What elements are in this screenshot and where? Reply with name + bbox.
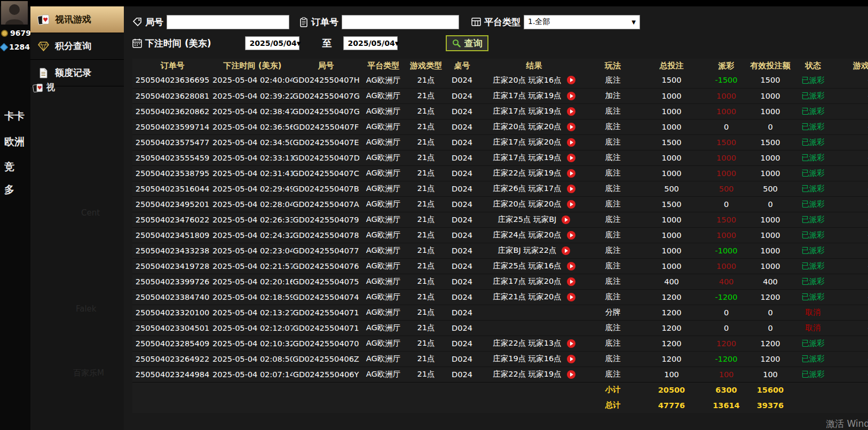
order-number-input[interactable] xyxy=(342,15,459,29)
cell-table_no: D024 xyxy=(445,367,479,382)
cell-total_bet: 1500 xyxy=(637,196,706,212)
cell-game_mode: - xyxy=(832,73,868,88)
cell-play: 底注 xyxy=(589,336,637,351)
main-content: 局号 订单号 xyxy=(124,6,868,430)
cell-order: 250504023451809 xyxy=(132,227,212,243)
cell-platform: AG欧洲厅 xyxy=(359,103,407,119)
table-row: 2505040233201002025-05-04 02:13:27GD0242… xyxy=(132,305,868,320)
cell-game_type: 21点 xyxy=(407,181,445,196)
cell-total_bet: 1000 xyxy=(637,243,706,258)
round-number-input[interactable] xyxy=(167,15,289,29)
cell-table_no: D024 xyxy=(445,351,479,367)
search-button[interactable]: 查询 xyxy=(446,35,488,51)
play-result-icon[interactable] xyxy=(567,185,575,193)
cell-payout: -1500 xyxy=(706,73,746,88)
play-result-icon[interactable] xyxy=(567,277,575,286)
hall-tab-jing[interactable]: 竞 xyxy=(4,160,30,174)
cell-bet_time: 2025-05-04 02:08:50 xyxy=(212,351,293,367)
cell-order: 250504023575477 xyxy=(132,134,212,150)
cell-platform: AG欧洲厅 xyxy=(359,243,407,258)
cell-status: 已派彩 xyxy=(794,88,832,103)
cell-play: 底注 xyxy=(589,103,637,119)
summary-empty-cell xyxy=(794,382,832,397)
table-row: 2505040234760222025-05-04 02:26:33GD0242… xyxy=(132,212,868,227)
play-result-icon[interactable] xyxy=(567,262,575,270)
cell-status: 已派彩 xyxy=(794,227,832,243)
play-result-icon[interactable] xyxy=(562,216,570,224)
date-to-select[interactable]: 2025/05/04 ▼ xyxy=(343,36,398,50)
cell-game_mode: - xyxy=(832,289,868,305)
sidebar-item-label: 视讯游戏 xyxy=(55,13,91,26)
play-result-icon[interactable] xyxy=(567,355,575,363)
play-result-icon[interactable] xyxy=(567,200,575,209)
play-result-icon[interactable] xyxy=(567,231,575,240)
column-header-payout: 派彩 xyxy=(706,59,746,73)
cell-status: 已派彩 xyxy=(794,367,832,382)
date-from-select[interactable]: 2025/05/04 ▼ xyxy=(245,36,299,50)
sidebar-item-points-query[interactable]: 积分查询 xyxy=(30,33,124,60)
cell-bet_time: 2025-05-04 02:13:27 xyxy=(212,305,293,320)
hall-tab-kaka[interactable]: 卡卡 xyxy=(4,109,30,123)
cell-order: 250504023476022 xyxy=(132,212,212,227)
play-result-icon[interactable] xyxy=(567,92,575,100)
cell-game_type: 21点 xyxy=(407,336,445,351)
platform-type-select[interactable]: 1.全部 ▼ xyxy=(524,15,640,29)
result-text: 庄家22点 玩家19点 xyxy=(493,369,562,379)
records-tbody: 2505040236366952025-05-04 02:40:04GD0242… xyxy=(132,73,868,382)
search-icon xyxy=(452,39,461,47)
summary-empty-cell xyxy=(445,397,479,413)
platform-type-filter: 平台类型 1.全部 ▼ xyxy=(471,15,640,29)
cell-valid_bet: 1200 xyxy=(746,336,794,351)
sidebar-item-video-games[interactable]: ♥ 视讯游戏 xyxy=(30,6,124,33)
column-header-play: 玩法 xyxy=(589,59,637,73)
cell-result: 庄家17点 玩家19点 xyxy=(479,103,589,119)
column-header-table_no: 桌号 xyxy=(445,59,479,73)
cell-valid_bet: 1200 xyxy=(746,351,794,367)
chevron-down-icon: ▼ xyxy=(632,19,636,25)
cell-payout: 0 xyxy=(706,320,746,336)
cell-valid_bet: 0 xyxy=(746,196,794,212)
summary-valid-bet: 15600 xyxy=(746,382,794,397)
cell-order: 250504023620862 xyxy=(132,103,212,119)
records-table: 订单号下注时间 (美东)局号平台类型游戏类型桌号结果玩法总投注派彩有效投注额状态… xyxy=(132,59,868,413)
cell-payout: -1200 xyxy=(706,351,746,367)
cell-table_no: D024 xyxy=(445,196,479,212)
play-result-icon[interactable] xyxy=(567,154,575,162)
play-result-icon[interactable] xyxy=(567,107,575,116)
playing-cards-icon: ♥ xyxy=(37,14,50,25)
play-result-icon[interactable] xyxy=(567,123,575,131)
avatar[interactable] xyxy=(1,1,28,25)
cell-table_no: D024 xyxy=(445,243,479,258)
hall-tab-europe[interactable]: 欧洲 xyxy=(4,135,30,149)
cell-order: 250504023384740 xyxy=(132,289,212,305)
play-result-icon[interactable] xyxy=(567,293,575,301)
cell-game_type: 21点 xyxy=(407,289,445,305)
date-from-value: 2025/05/04 xyxy=(249,39,296,47)
cell-order: 250504023320100 xyxy=(132,305,212,320)
cell-result: 庄家19点 玩家16点 xyxy=(479,351,589,367)
gem-balance: 1284 xyxy=(1,43,30,51)
play-result-icon[interactable] xyxy=(567,169,575,178)
cell-play: 底注 xyxy=(589,351,637,367)
hall-tab-duo[interactable]: 多 xyxy=(4,183,30,197)
play-result-icon[interactable] xyxy=(562,246,570,255)
play-result-icon[interactable] xyxy=(567,339,575,348)
play-result-icon[interactable] xyxy=(567,138,575,147)
cell-game_mode: - xyxy=(832,119,868,134)
cell-valid_bet: 1000 xyxy=(746,150,794,165)
cell-status: 已派彩 xyxy=(794,134,832,150)
cell-table_no: D024 xyxy=(445,88,479,103)
summary-empty-cell xyxy=(132,397,212,413)
play-result-icon[interactable] xyxy=(567,76,575,84)
column-header-result: 结果 xyxy=(479,59,589,73)
result-text: 庄家BJ 玩家22点 xyxy=(498,245,557,256)
table-row: 2505040233045012025-05-04 02:12:07GD0242… xyxy=(132,320,868,336)
summary-empty-cell xyxy=(407,382,445,397)
cell-bet_time: 2025-05-04 02:40:04 xyxy=(212,73,293,88)
play-result-icon[interactable] xyxy=(567,370,575,379)
cell-platform: AG欧洲厅 xyxy=(359,165,407,181)
result-text: 庄家26点 玩家17点 xyxy=(493,184,562,194)
cell-table_no: D024 xyxy=(445,103,479,119)
background-remnant: Falek xyxy=(76,304,97,314)
cell-payout: 1000 xyxy=(706,165,746,181)
